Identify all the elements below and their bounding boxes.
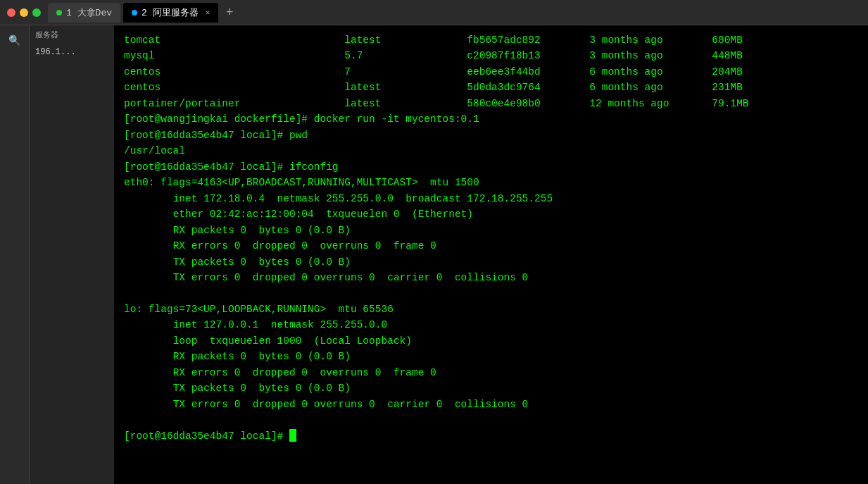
tab-2-aliyun[interactable]: 2 阿里服务器 ✕ bbox=[123, 3, 218, 23]
tab-2-label: 2 阿里服务器 bbox=[141, 6, 199, 19]
sidebar-item-server[interactable]: 196.1... bbox=[30, 44, 114, 60]
search-icon[interactable]: 🔍 bbox=[6, 31, 24, 49]
sidebar-section-label: 服务器 bbox=[30, 25, 114, 44]
terminal-cursor bbox=[289, 429, 296, 442]
window-controls bbox=[3, 8, 45, 17]
tab-1-dadev[interactable]: 1 大拿Dev bbox=[48, 3, 120, 23]
close-button[interactable] bbox=[7, 8, 15, 17]
terminal-output: tomcat latest fb5657adc892 3 months ago … bbox=[124, 32, 858, 444]
tab-1-label: 1 大拿Dev bbox=[66, 6, 112, 19]
terminal[interactable]: tomcat latest fb5657adc892 3 months ago … bbox=[114, 25, 868, 484]
sidebar: 🔍 bbox=[0, 25, 30, 484]
tab-1-dot bbox=[56, 10, 62, 15]
tab-2-close[interactable]: ✕ bbox=[206, 8, 210, 17]
tab-2-dot bbox=[132, 10, 137, 15]
sidebar-panel: 服务器 196.1... bbox=[30, 25, 114, 484]
content-area: 🔍 服务器 196.1... tomcat latest fb5657adc89… bbox=[0, 25, 868, 484]
titlebar: 1 大拿Dev 2 阿里服务器 ✕ + bbox=[0, 0, 868, 25]
minimize-button[interactable] bbox=[20, 8, 28, 17]
maximize-button[interactable] bbox=[32, 8, 41, 17]
new-tab-button[interactable]: + bbox=[221, 4, 238, 21]
